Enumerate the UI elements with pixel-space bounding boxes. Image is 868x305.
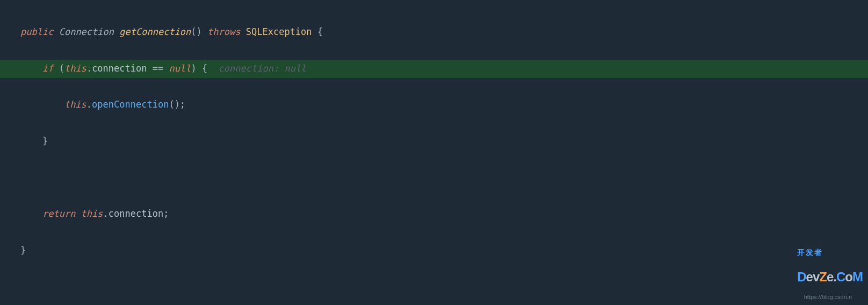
code-line: public Connection getConnection() throws… — [0, 23, 868, 42]
code-line — [0, 278, 868, 297]
inline-hint: connection: null — [219, 63, 307, 74]
watermark-url: https://blog.csdn.n — [804, 292, 852, 303]
watermark-logo: 开 发 者 DevZe.CoM — [797, 239, 863, 290]
code-editor[interactable]: public Connection getConnection() throws… — [0, 0, 868, 305]
code-line — [0, 169, 868, 188]
code-line: } — [0, 242, 868, 260]
code-line: return this.connection; — [0, 205, 868, 224]
code-line-highlighted: if (this.connection == null) { connectio… — [0, 60, 868, 79]
code-line: this.openConnection(); — [0, 96, 868, 115]
code-line: } — [0, 132, 868, 151]
